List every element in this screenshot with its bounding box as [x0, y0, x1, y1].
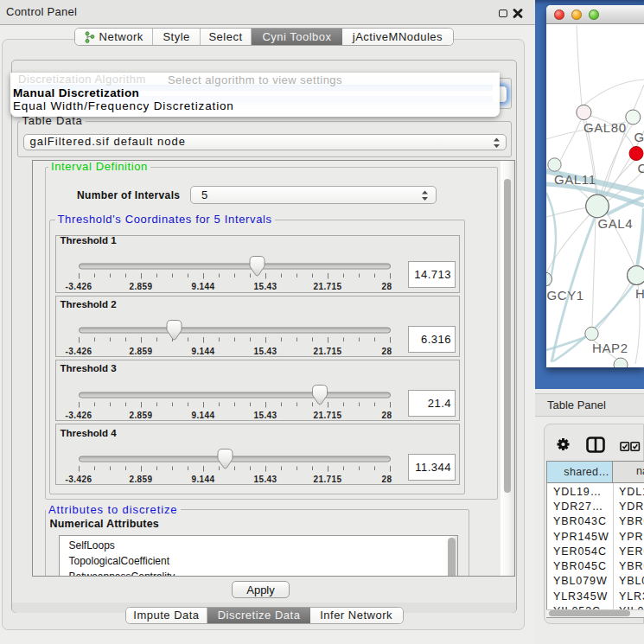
svg-text:GAL3: GAL3: [634, 130, 644, 144]
svg-text:GCY1: GCY1: [547, 288, 584, 303]
svg-text:GAL4: GAL4: [598, 216, 634, 231]
svg-text:CDC2: CDC2: [638, 161, 644, 175]
svg-text:HAP2: HAP2: [592, 341, 628, 355]
svg-text:GAL11: GAL11: [554, 172, 596, 187]
svg-text:HAP: HAP: [635, 286, 644, 301]
svg-text:GAL80: GAL80: [583, 120, 627, 135]
